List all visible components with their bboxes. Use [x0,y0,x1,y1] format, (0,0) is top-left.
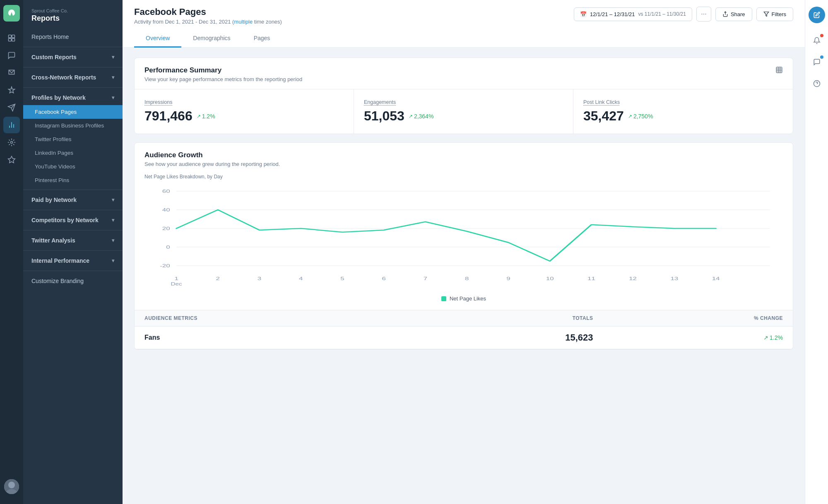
svg-text:4: 4 [299,276,303,281]
compose-edit-button[interactable] [809,7,825,23]
svg-text:-20: -20 [160,263,170,268]
card-title: Performance Summary [144,66,302,74]
card-title-section: Performance Summary View your key page p… [144,66,302,82]
svg-text:2: 2 [216,276,220,281]
sprout-logo[interactable] [3,5,20,22]
svg-text:11: 11 [587,276,595,281]
sidebar-item-twitter-analysis[interactable]: Twitter Analysis ▾ [23,233,123,248]
sidebar: Sprout Coffee Co. Reports Reports Home C… [23,0,123,504]
svg-marker-15 [764,12,769,17]
share-button[interactable]: Share [715,7,752,21]
col-change: % Change [603,310,793,326]
table-view-icon[interactable] [775,66,783,76]
user-avatar[interactable] [4,479,19,494]
nav-inbox-icon[interactable] [3,47,20,64]
nav-listening-icon[interactable] [3,134,20,151]
nav-publish-icon[interactable] [3,99,20,116]
sidebar-item-internal-performance[interactable]: Internal Performance ▾ [23,253,123,268]
messages-button[interactable] [809,55,824,70]
top-header: Facebook Pages Activity from Dec 1, 2021… [123,0,805,48]
sidebar-item-profiles-by-network[interactable]: Profiles by Network ▾ [23,90,123,105]
svg-text:12: 12 [629,276,637,281]
sidebar-item-customize-branding[interactable]: Customize Branding [23,274,123,288]
filters-button[interactable]: Filters [756,7,793,21]
sidebar-brand: Sprout Coffee Co. [31,8,114,13]
impressions-label: Impressions [144,99,344,105]
legend-dot [441,296,446,301]
sidebar-item-twitter-profiles[interactable]: Twitter Profiles [23,132,123,146]
engagements-change: ↗ 2,364% [409,113,433,120]
sidebar-item-linkedin[interactable]: LinkedIn Pages [23,146,123,160]
svg-text:5: 5 [340,276,344,281]
chart-container: 60 40 20 0 -20 1 Dec 2 3 4 5 6 7 [144,183,783,290]
notifications-button[interactable] [809,33,824,48]
nav-compose-icon[interactable] [3,30,20,46]
svg-text:Dec: Dec [171,282,182,287]
svg-text:13: 13 [670,276,678,281]
tab-demographics[interactable]: Demographics [181,30,242,48]
icon-bar-bottom [4,479,19,499]
nav-messages-icon[interactable] [3,65,20,81]
sidebar-item-reports-home[interactable]: Reports Home [23,29,123,44]
sidebar-item-custom-reports[interactable]: Custom Reports ▾ [23,50,123,65]
sidebar-header: Sprout Coffee Co. Reports [23,0,123,29]
icon-bar [0,0,23,504]
multiple-timezones-link[interactable]: multiple [234,19,253,25]
svg-point-12 [8,482,15,488]
svg-rect-3 [12,38,15,41]
audience-title-section: Audience Growth See how your audience gr… [144,151,280,167]
sidebar-nav: Reports Home Custom Reports ▾ Cross-Netw… [23,29,123,288]
up-arrow-icon: ↗ [197,113,201,119]
help-button[interactable] [809,76,824,91]
chart-label: Net Page Likes Breakdown, by Day [144,174,783,180]
sidebar-title: Reports [31,14,114,23]
sidebar-item-pinterest[interactable]: Pinterest Pins [23,173,123,187]
tab-overview[interactable]: Overview [134,30,181,48]
chevron-icon: ▾ [112,197,114,203]
nav-pin-icon[interactable] [3,82,20,98]
sidebar-item-youtube[interactable]: YouTube Videos [23,160,123,173]
audience-card-subtitle: See how your audience grew during the re… [144,161,280,167]
tab-pages[interactable]: Pages [242,30,282,48]
divider [23,67,123,67]
nav-star-icon[interactable] [3,151,20,168]
header-actions: 📅 12/1/21 – 12/31/21 vs 11/1/21 – 11/30/… [574,7,793,22]
icon-bar-top [3,30,20,478]
svg-rect-1 [12,35,15,38]
performance-summary-card: Performance Summary View your key page p… [134,58,793,134]
date-range-button[interactable]: 📅 12/1/21 – 12/31/21 vs 11/1/21 – 11/30/… [574,7,692,21]
sidebar-item-instagram[interactable]: Instagram Business Profiles [23,119,123,132]
metric-post-link-clicks: Post Link Clicks 35,427 ↗ 2,750% [573,89,793,134]
filters-icon [763,11,769,17]
metric-engagements: Engagements 51,053 ↗ 2,364% [354,89,573,134]
svg-rect-16 [776,67,782,73]
card-subtitle: View your key page performance metrics f… [144,76,302,82]
metric-impressions: Impressions 791,466 ↗ 1.2% [135,89,354,134]
svg-text:40: 40 [162,207,170,212]
chevron-icon: ▾ [112,54,114,60]
sidebar-item-cross-network[interactable]: Cross-Network Reports ▾ [23,70,123,85]
share-icon [722,11,728,17]
more-options-button[interactable]: ··· [696,7,711,22]
page-subtitle: Activity from Dec 1, 2021 - Dec 31, 2021… [134,19,282,25]
page-title-section: Facebook Pages Activity from Dec 1, 2021… [134,7,282,25]
svg-text:60: 60 [162,189,170,194]
impressions-change: ↗ 1.2% [197,113,215,120]
sidebar-item-competitors[interactable]: Competitors by Network ▾ [23,213,123,228]
post-link-clicks-value: 35,427 ↗ 2,750% [583,108,783,124]
divider [23,190,123,190]
sidebar-item-facebook-pages[interactable]: Facebook Pages [23,105,123,119]
nav-analytics-icon[interactable] [3,117,20,133]
chevron-icon: ▾ [112,238,114,243]
divider [23,47,123,47]
sidebar-item-paid-by-network[interactable]: Paid by Network ▾ [23,192,123,207]
svg-text:8: 8 [465,276,469,281]
svg-text:9: 9 [506,276,510,281]
chart-legend: Net Page Likes [144,295,783,302]
message-badge [820,55,823,59]
audience-card-header: Audience Growth See how your audience gr… [135,143,793,174]
svg-text:1: 1 [174,276,178,281]
svg-marker-10 [8,156,15,163]
content-area: Performance Summary View your key page p… [123,48,805,504]
svg-text:7: 7 [424,276,427,281]
